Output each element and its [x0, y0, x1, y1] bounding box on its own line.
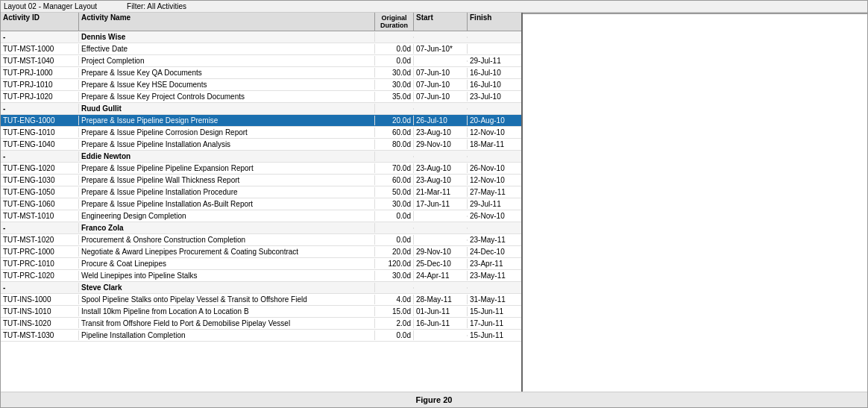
table-row[interactable]: TUT-ENG-1000Prepare & Issue Pipeline Des… [1, 115, 521, 127]
cell-finish: 29-Jul-11 [468, 56, 521, 66]
cell-start: 07-Jun-10 [414, 68, 468, 78]
cell-activity-id: - [1, 104, 79, 113]
cell-activity-name: Prepare & Issue Pipeline Wall Thickness … [79, 175, 375, 185]
table-row[interactable]: TUT-PRC-1020Weld Linepipes into Pipeline… [1, 270, 521, 282]
table-row[interactable]: TUT-INS-1010Install 10km Pipeline from L… [1, 306, 521, 318]
table-row[interactable]: TUT-PRC-1000Negotiate & Award Linepipes … [1, 246, 521, 258]
header-activity-name: Activity Name [79, 13, 375, 31]
cell-finish: 24-Dec-10 [468, 247, 521, 257]
table-row[interactable]: TUT-ENG-1020Prepare & Issue Pipeline Pip… [1, 163, 521, 175]
cell-finish: 16-Jul-10 [468, 68, 521, 78]
cell-activity-name: Prepare & Issue Pipeline Design Premise [79, 116, 375, 125]
table-row[interactable]: TUT-MST-1020Procurement & Onshore Constr… [1, 234, 521, 246]
cell-orig-dur: 4.0d [375, 295, 414, 304]
table-row[interactable]: -Ruud Gullit [1, 103, 521, 115]
cell-finish: 17-Jun-11 [468, 318, 521, 328]
table-row[interactable]: -Dennis Wise [1, 31, 521, 43]
cell-finish: 20-Aug-10 [468, 116, 521, 125]
cell-start: 23-Aug-10 [414, 163, 468, 173]
cell-activity-id: TUT-MST-1030 [1, 330, 79, 340]
table-row[interactable]: TUT-PRC-1010Procure & Coat Linepipes120.… [1, 258, 521, 270]
table-row[interactable]: TUT-ENG-1040Prepare & Issue Pipeline Ins… [1, 139, 521, 151]
cell-activity-name: Prepare & Issue Key Project Controls Doc… [79, 92, 375, 101]
table-row[interactable]: TUT-PRJ-1000Prepare & Issue Key QA Docum… [1, 67, 521, 79]
cell-orig-dur: 30.0d [375, 68, 414, 78]
cell-orig-dur: 2.0d [375, 318, 414, 328]
cell-finish: 26-Nov-10 [468, 163, 521, 173]
cell-orig-dur: 0.0d [375, 56, 414, 66]
table-row[interactable]: -Steve Clark [1, 282, 521, 294]
table-row[interactable]: -Franco Zola [1, 222, 521, 234]
cell-orig-dur: 30.0d [375, 199, 414, 209]
table-row[interactable]: TUT-ENG-1060Prepare & Issue Pipeline Ins… [1, 198, 521, 210]
cell-activity-id: TUT-MST-1040 [1, 56, 79, 66]
header-orig-dur: OriginalDuration [375, 13, 414, 31]
cell-finish: 23-May-11 [468, 271, 521, 280]
table-header: Activity ID Activity Name OriginalDurati… [1, 13, 521, 31]
cell-finish: 12-Nov-10 [468, 175, 521, 185]
header-finish: Finish [468, 13, 521, 31]
cell-activity-name: Spool Pipeline Stalks onto Pipelay Vesse… [79, 295, 375, 304]
cell-orig-dur [375, 108, 414, 110]
cell-start: 23-Aug-10 [414, 128, 468, 137]
cell-finish: 23-Apr-11 [468, 259, 521, 269]
cell-orig-dur: 60.0d [375, 175, 414, 185]
cell-activity-id: TUT-ENG-1060 [1, 199, 79, 209]
cell-orig-dur: 30.0d [375, 271, 414, 280]
gantt-year-row [523, 13, 867, 13]
table-row[interactable]: TUT-INS-1020Transit from Offshore Field … [1, 318, 521, 330]
cell-activity-id: TUT-PRJ-1010 [1, 80, 79, 90]
cell-finish: 15-Jun-11 [468, 307, 521, 316]
cell-orig-dur [375, 37, 414, 38]
cell-activity-name: Negotiate & Award Linepipes Procurement … [79, 247, 375, 257]
cell-finish: 15-Jun-11 [468, 330, 521, 340]
cell-activity-id: TUT-INS-1000 [1, 295, 79, 304]
cell-activity-id: TUT-INS-1010 [1, 307, 79, 316]
cell-orig-dur: 0.0d [375, 235, 414, 245]
table-row[interactable]: TUT-MST-1030Pipeline Installation Comple… [1, 330, 521, 342]
cell-finish [468, 156, 521, 157]
cell-start [414, 227, 468, 229]
cell-activity-id: TUT-MST-1010 [1, 211, 79, 221]
cell-activity-name: Franco Zola [79, 223, 375, 233]
table-row[interactable]: TUT-MST-1010Engineering Design Completio… [1, 210, 521, 222]
cell-activity-name: Effective Date [79, 44, 375, 54]
cell-start: 01-Jun-11 [414, 307, 468, 316]
cell-activity-id: - [1, 223, 79, 233]
cell-finish [468, 108, 521, 110]
table-row[interactable]: TUT-ENG-1010Prepare & Issue Pipeline Cor… [1, 127, 521, 139]
cell-orig-dur: 60.0d [375, 128, 414, 137]
cell-orig-dur: 50.0d [375, 187, 414, 197]
cell-activity-id: TUT-PRJ-1020 [1, 92, 79, 101]
cell-activity-name: Prepare & Issue Pipeline Installation As… [79, 199, 375, 209]
cell-activity-name: Eddie Newton [79, 151, 375, 161]
table-row[interactable]: TUT-PRJ-1010Prepare & Issue Key HSE Docu… [1, 79, 521, 91]
cell-finish [468, 37, 521, 38]
cell-start: 07-Jun-10* [414, 44, 468, 54]
cell-start [414, 287, 468, 289]
cell-orig-dur: 30.0d [375, 80, 414, 90]
table-row[interactable]: TUT-INS-1000Spool Pipeline Stalks onto P… [1, 294, 521, 306]
cell-activity-id: TUT-PRC-1010 [1, 259, 79, 269]
cell-finish [468, 287, 521, 289]
cell-start: 16-Jun-11 [414, 318, 468, 328]
cell-activity-name: Procure & Coat Linepipes [79, 259, 375, 269]
figure-caption: Figure 20 [1, 392, 867, 407]
cell-activity-id: TUT-ENG-1050 [1, 187, 79, 197]
cell-activity-name: Prepare & Issue Pipeline Installation Pr… [79, 187, 375, 197]
cell-orig-dur [375, 156, 414, 157]
table-row[interactable]: TUT-PRJ-1020Prepare & Issue Key Project … [1, 91, 521, 103]
cell-activity-name: Install 10km Pipeline from Location A to… [79, 307, 375, 316]
cell-activity-name: Steve Clark [79, 283, 375, 292]
cell-activity-name: Transit from Offshore Field to Port & De… [79, 318, 375, 328]
table-row[interactable]: TUT-MST-1000Effective Date0.0d07-Jun-10* [1, 43, 521, 55]
cell-activity-id: TUT-MST-1000 [1, 44, 79, 54]
cell-activity-id: TUT-INS-1020 [1, 318, 79, 328]
header-start: Start [414, 13, 468, 31]
table-row[interactable]: TUT-ENG-1050Prepare & Issue Pipeline Ins… [1, 186, 521, 198]
table-row[interactable]: -Eddie Newton [1, 151, 521, 163]
cell-finish [468, 48, 521, 50]
cell-orig-dur: 120.0d [375, 259, 414, 269]
table-row[interactable]: TUT-ENG-1030Prepare & Issue Pipeline Wal… [1, 175, 521, 186]
table-row[interactable]: TUT-MST-1040Project Completion0.0d29-Jul… [1, 55, 521, 67]
